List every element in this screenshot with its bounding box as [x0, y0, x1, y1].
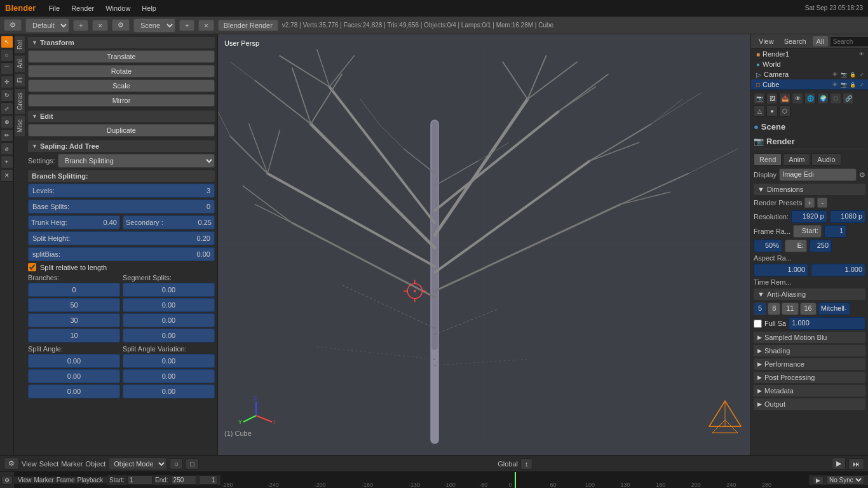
- render-tab-rend[interactable]: Rend: [754, 153, 782, 166]
- outliner-search-input[interactable]: [831, 37, 868, 46]
- bottom-icon-btn[interactable]: ⚙: [4, 458, 19, 470]
- edit-header[interactable]: ▼ Edit: [28, 111, 215, 122]
- view-small[interactable]: View: [18, 477, 32, 484]
- render-menu[interactable]: Render: [66, 3, 99, 13]
- split-angle-var-1-field[interactable]: 0.00: [123, 369, 215, 383]
- workspace-close-btn2[interactable]: ×: [198, 20, 214, 31]
- end-val-field[interactable]: 250: [810, 240, 832, 252]
- outliner-tab-all[interactable]: All: [813, 36, 828, 46]
- duplicate-btn[interactable]: Duplicate: [28, 124, 215, 137]
- props-icon-render[interactable]: 🖼: [766, 93, 778, 104]
- sync-select[interactable]: No Sync: [826, 475, 864, 485]
- side-tab-ani[interactable]: Ani: [14, 55, 25, 72]
- outliner-tab-view[interactable]: View: [755, 36, 778, 46]
- timeline-cursor[interactable]: [515, 472, 516, 488]
- cube-eye-btn[interactable]: 👁: [831, 81, 839, 88]
- props-icon-constraints[interactable]: 🔗: [843, 93, 854, 104]
- timeline-left-btn[interactable]: ⚙: [0, 472, 14, 488]
- presets-add-btn[interactable]: +: [804, 198, 815, 208]
- split-angle-var-2-field[interactable]: 0.00: [123, 384, 215, 398]
- viewport[interactable]: User Persp: [218, 34, 750, 455]
- props-icon-scene[interactable]: 🌐: [804, 93, 816, 104]
- anim-play-btn[interactable]: ▶: [832, 458, 846, 470]
- workspace-select-left[interactable]: Default: [25, 18, 69, 32]
- percentage-field[interactable]: 50%: [754, 240, 782, 252]
- mirror-btn[interactable]: Mirror: [28, 94, 215, 107]
- transform-header[interactable]: ▼ Transform: [28, 37, 215, 48]
- seg-splits-3-field[interactable]: 0.00: [123, 329, 215, 342]
- workspace-close-btn[interactable]: ×: [92, 20, 107, 31]
- seg-splits-2-field[interactable]: 0.00: [123, 313, 215, 327]
- cube-check-btn[interactable]: ✓: [858, 81, 865, 88]
- split-angle-1-field[interactable]: 0.00: [28, 369, 120, 383]
- branches-0-field[interactable]: 0: [28, 283, 120, 297]
- performance-header[interactable]: ▶ Performance: [754, 358, 865, 370]
- branches-1-field[interactable]: 50: [28, 298, 120, 312]
- branch-splitting-header[interactable]: Branch Splitting:: [28, 170, 215, 182]
- full-sample-checkbox[interactable]: [754, 320, 762, 328]
- start-frame-input[interactable]: [127, 475, 153, 485]
- base-splits-field[interactable]: Base Splits: 0: [28, 200, 215, 214]
- aa-8-btn[interactable]: 8: [768, 302, 780, 315]
- scale-tool[interactable]: ⤢: [1, 102, 13, 115]
- display-field[interactable]: Image Edi: [779, 168, 857, 181]
- add-label[interactable]: Marker: [61, 460, 83, 468]
- side-tab-rel[interactable]: Rel: [14, 36, 25, 54]
- translate-tool[interactable]: ✛: [1, 76, 13, 88]
- marker-small[interactable]: Marker: [34, 477, 54, 484]
- cube-render-btn[interactable]: 📷: [840, 81, 848, 88]
- split-angle-2-field[interactable]: 0.00: [28, 384, 120, 398]
- presets-remove-btn[interactable]: -: [817, 198, 827, 208]
- frame-small[interactable]: Frame: [57, 477, 75, 484]
- output-header[interactable]: ▶ Output: [754, 398, 865, 410]
- metadata-header[interactable]: ▶ Metadata: [754, 385, 865, 396]
- aa-16-btn[interactable]: 16: [800, 302, 817, 315]
- playback-small[interactable]: Playback: [78, 477, 104, 484]
- mode-select[interactable]: Object Mode: [108, 458, 167, 470]
- props-icon-data[interactable]: △: [754, 105, 765, 117]
- translate-btn[interactable]: Translate: [28, 50, 215, 63]
- timeline-scale[interactable]: -280 -240 -200 -160 -130 -100 -60 0 60 1…: [220, 472, 809, 488]
- end-frame-input[interactable]: [171, 475, 196, 485]
- props-icon-material[interactable]: ●: [766, 105, 778, 117]
- split-angle-0-field[interactable]: 0.00: [28, 354, 120, 368]
- outliner-item-render[interactable]: ■ Render1 👁: [751, 49, 868, 59]
- select-tool[interactable]: ○: [1, 49, 13, 62]
- measure-tool[interactable]: ⌀: [1, 142, 13, 155]
- navigation-cube[interactable]: [706, 398, 744, 436]
- secondary-field[interactable]: Secondary : 0.25: [123, 215, 215, 229]
- workspace-add-btn[interactable]: +: [73, 20, 88, 31]
- props-icon-output[interactable]: 📤: [779, 93, 790, 104]
- render-tab-audio[interactable]: Audio: [811, 153, 841, 166]
- shading-header[interactable]: ▶ Shading: [754, 345, 865, 356]
- viewport-mode-btn[interactable]: □: [186, 458, 199, 470]
- full-sample-field[interactable]: 1.000: [789, 317, 865, 330]
- seg-splits-0-field[interactable]: 0.00: [123, 283, 215, 297]
- workspace-select-right[interactable]: Scene: [133, 18, 175, 32]
- start-field[interactable]: Start:: [793, 225, 822, 238]
- render-eye-btn[interactable]: 👁: [858, 50, 865, 58]
- split-height-field[interactable]: Split Height: 0.20: [28, 231, 215, 245]
- split-relative-checkbox[interactable]: [28, 263, 36, 271]
- props-icon-camera[interactable]: 📷: [754, 93, 765, 104]
- render-tab-anim[interactable]: Anim: [783, 153, 810, 166]
- outliner-item-camera[interactable]: ▷ Camera 👁 📷 🔒 ✓: [751, 69, 868, 79]
- window-menu[interactable]: Window: [100, 3, 135, 13]
- select-label[interactable]: Select: [39, 460, 59, 468]
- add-tool[interactable]: +: [1, 156, 13, 168]
- trunk-height-field[interactable]: Trunk Heig: 0.40: [28, 215, 120, 229]
- delete-tool[interactable]: ✕: [1, 169, 13, 182]
- split-angle-var-0-field[interactable]: 0.00: [123, 354, 215, 368]
- branches-3-field[interactable]: 10: [28, 329, 120, 342]
- display-icon[interactable]: ⚙: [859, 171, 865, 179]
- lasso-tool[interactable]: ⌒: [1, 62, 13, 75]
- camera-render-btn[interactable]: 📷: [840, 71, 848, 78]
- file-menu[interactable]: File: [43, 3, 65, 13]
- outliner-item-world[interactable]: ● World: [751, 59, 868, 69]
- branches-2-field[interactable]: 30: [28, 313, 120, 327]
- camera-eye-btn[interactable]: 👁: [831, 71, 839, 78]
- side-tab-greas[interactable]: Greas: [14, 88, 25, 114]
- object-label[interactable]: Object: [85, 460, 105, 468]
- timeline-play-btn[interactable]: ▶: [813, 476, 824, 485]
- anim-end-btn[interactable]: ⏭: [848, 458, 864, 470]
